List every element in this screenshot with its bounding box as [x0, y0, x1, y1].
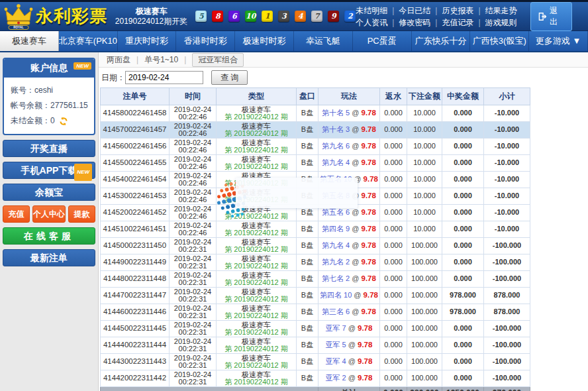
header-link-游戏规则[interactable]: 游戏规则 [485, 18, 517, 27]
profile-button[interactable]: 个人中心 [32, 205, 66, 223]
bet-market: B盘 [297, 139, 318, 155]
logout-button[interactable]: 退出 [530, 2, 572, 31]
bet-type: 极速赛车第 20190224012 期 [217, 337, 297, 354]
subtab-0[interactable]: 两面盘 [107, 54, 130, 66]
nav-tab-8[interactable]: 广西快3(骰宝) [470, 31, 529, 51]
total-subtotal: 976.000 [484, 387, 530, 391]
bet-amount: 10.000 [407, 221, 442, 238]
table-row: 4144400223114442019-02-2400:22:31极速赛车第 2… [101, 337, 530, 354]
nav-tab-4[interactable]: 极速时时彩 [235, 31, 294, 51]
account-row-value: ceshi [34, 83, 53, 98]
column-header-6: 下注金额 [407, 88, 442, 105]
brand-name: 永利彩票 [36, 5, 107, 28]
bet-play: 第九名 4 @ 9.78 [318, 238, 380, 254]
account-row: 账号：ceshi [11, 83, 87, 98]
bet-time: 2019-02-2400:22:31 [170, 321, 217, 337]
result-ball: 6 [228, 11, 240, 22]
bet-amount: 100.000 [407, 337, 442, 354]
header-link-未结明细[interactable]: 未结明细 [356, 6, 387, 15]
bet-subtotal: -10.000 [484, 105, 530, 122]
table-row: 4144600223114462019-02-2400:22:31极速赛车第 2… [101, 304, 530, 321]
header-link-充值记录[interactable]: 充值记录 [442, 18, 473, 27]
result-ball: 4 [295, 11, 306, 22]
header-link-个人资讯[interactable]: 个人资讯 [356, 18, 387, 27]
bet-time: 2019-02-2400:22:31 [170, 370, 217, 387]
bet-amount: 10.000 [407, 172, 442, 188]
bet-amount: 100.000 [407, 370, 442, 387]
query-button[interactable]: 查 询 [211, 70, 248, 85]
bet-win: 0.000 [442, 172, 484, 188]
nav-tab-0[interactable]: 极速赛车 [0, 31, 59, 51]
bet-subtotal: -100.000 [484, 254, 530, 271]
bet-play: 第五名 6 @ 9.78 [318, 205, 380, 221]
bet-subtotal: -10.000 [484, 155, 530, 172]
bet-play: 亚军 5 @ 9.78 [318, 337, 380, 354]
nav-tab-5[interactable]: 幸运飞艇 [294, 31, 353, 51]
bet-win: 0.000 [442, 354, 484, 370]
bet-win: 0.000 [442, 238, 484, 254]
column-header-4: 玩法 [318, 88, 380, 105]
bet-win: 0.000 [442, 155, 484, 172]
bet-time: 2019-02-2400:22:31 [170, 304, 217, 321]
account-row-label: 帐号余额： [11, 98, 50, 113]
header-link-历史报表[interactable]: 历史报表 [442, 6, 473, 15]
subtab-2[interactable]: 冠亚军组合 [192, 53, 244, 67]
header-links-row2: 个人资讯|修改密码|充值记录|游戏规则 [356, 17, 516, 28]
nav-tab-9[interactable]: 更多游戏 ▼ [529, 31, 588, 51]
bet-amount: 100.000 [407, 304, 442, 321]
bet-market: B盘 [297, 105, 318, 122]
bet-time: 2019-02-2400:22:31 [170, 288, 217, 304]
live-draw-button[interactable]: 开奖直播 [3, 140, 95, 157]
link-separator: | [392, 18, 394, 27]
result-ball: 10 [245, 11, 256, 22]
bet-win: 0.000 [442, 254, 484, 271]
nav-tab-2[interactable]: 重庆时时彩 [118, 31, 177, 51]
bet-play: 第十名 3 @ 9.78 [318, 122, 380, 139]
bet-id: 414510022461451 [101, 221, 170, 238]
bet-rebate: 0.000 [380, 354, 407, 370]
bet-play: 第九名 4 @ 9.78 [318, 155, 380, 172]
bet-amount: 10.000 [407, 188, 442, 205]
deposit-button[interactable]: 充值 [3, 205, 30, 223]
bet-subtotal: -10.000 [484, 139, 530, 155]
total-win: 1956.000 [442, 387, 484, 391]
nav-tab-7[interactable]: 广东快乐十分 [412, 31, 471, 51]
bet-rebate: 0.000 [380, 254, 407, 271]
bet-id: 414560022461456 [101, 139, 170, 155]
header-link-修改密码[interactable]: 修改密码 [399, 18, 430, 27]
refresh-icon[interactable] [59, 117, 68, 126]
app-download-button[interactable]: 手机APP下载NEW [3, 162, 95, 179]
header-link-今日已结[interactable]: 今日已结 [399, 6, 430, 15]
date-label: 日期： [101, 72, 125, 84]
page: ROYAL 永利彩票 极速赛车 20190224012期开奖 586101347… [0, 0, 588, 391]
bet-type: 极速赛车第 20190224012 期 [217, 188, 297, 205]
online-service-button[interactable]: 在线客服 [3, 227, 95, 245]
bet-time: 2019-02-2400:22:31 [170, 354, 217, 370]
latest-bets-button[interactable]: 最新注单 [3, 249, 95, 266]
header-link-结果走势[interactable]: 结果走势 [485, 6, 517, 15]
yuebao-button[interactable]: 余额宝 [3, 184, 95, 201]
logout-icon [538, 12, 546, 21]
bet-amount: 10.000 [407, 205, 442, 221]
total-bet: 980.000 [407, 387, 442, 391]
nav-tab-1[interactable]: 北京赛车(PK10) [59, 31, 118, 51]
date-input[interactable] [125, 71, 203, 84]
bet-win: 0.000 [442, 205, 484, 221]
draw-issue: 20190224012期开奖 [115, 17, 187, 27]
bet-rebate: 0.000 [380, 139, 407, 155]
subtab-1[interactable]: 单号1~10 [144, 54, 178, 66]
nav-tab-6[interactable]: PC蛋蛋 [353, 31, 412, 51]
bet-market: B盘 [297, 304, 318, 321]
nav-tab-3[interactable]: 香港时时彩 [176, 31, 235, 51]
link-separator: | [435, 6, 437, 15]
bet-win: 0.000 [442, 139, 484, 155]
bet-subtotal: -100.000 [484, 337, 530, 354]
withdraw-button[interactable]: 提款 [68, 205, 95, 223]
bet-rebate: 0.000 [380, 271, 407, 288]
bet-subtotal: -10.000 [484, 172, 530, 188]
bet-id: 414420022311442 [101, 370, 170, 387]
bet-rebate: 0.000 [380, 188, 407, 205]
brand-sub-label: ROYAL [13, 26, 24, 29]
bet-type: 极速赛车第 20190224012 期 [217, 105, 297, 122]
bet-amount: 100.000 [407, 288, 442, 304]
